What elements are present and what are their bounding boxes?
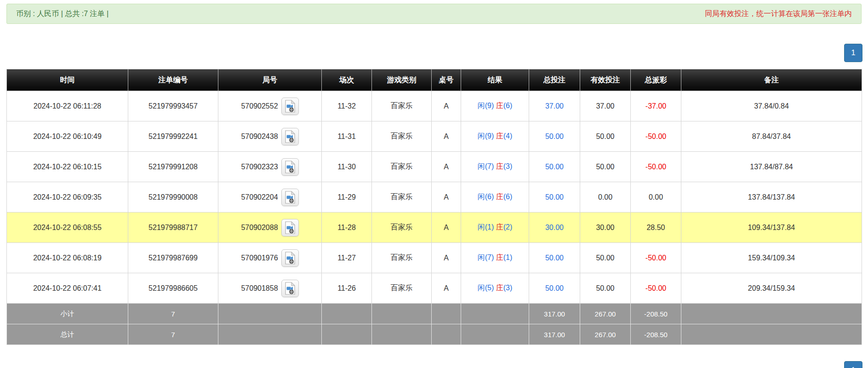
cell-valid-bet: 30.00: [580, 213, 631, 243]
column-header-5: 桌号: [432, 69, 461, 91]
result-banker: 庄: [496, 253, 503, 261]
video-file-icon: [285, 100, 296, 113]
round-wrap: 570902552: [220, 98, 320, 115]
result-player-score: (1): [485, 223, 494, 231]
cell-table-no: A: [432, 273, 461, 304]
round-wrap: 570902323: [220, 158, 320, 176]
video-replay-button[interactable]: [281, 280, 299, 297]
cell-total-bet[interactable]: 50.00: [529, 152, 580, 182]
cell-time: 2024-10-22 06:11:28: [7, 91, 128, 121]
cell-remark: 137.84/87.84: [681, 152, 862, 182]
cell-valid-bet: 50.00: [580, 152, 631, 182]
result-link[interactable]: 闲(7) 庄(1): [478, 253, 513, 261]
result-player: 闲: [478, 284, 485, 292]
cell-payout: -50.00: [631, 121, 681, 152]
bet-records-table: 时间注单编号局号场次游戏类别桌号结果总投注有效投注总派彩备注 2024-10-2…: [6, 69, 862, 345]
column-header-3: 场次: [322, 69, 372, 91]
column-header-6: 结果: [461, 69, 529, 91]
result-link[interactable]: 闲(6) 庄(6): [478, 193, 513, 201]
video-replay-button[interactable]: [281, 158, 299, 176]
subtotal-valid-bet: 267.00: [580, 304, 631, 324]
cell-total-bet[interactable]: 50.00: [529, 121, 580, 152]
result-player-score: (9): [485, 102, 494, 109]
cell-time: 2024-10-22 06:07:41: [7, 273, 128, 304]
cell-bet-id: 521979986605: [128, 273, 218, 304]
bet-row: 2024-10-22 06:08:19521979987699570901976…: [7, 243, 862, 273]
table-header-row: 时间注单编号局号场次游戏类别桌号结果总投注有效投注总派彩备注: [7, 69, 862, 91]
cell-round: 570902088: [218, 213, 322, 243]
cell-payout: 0.00: [631, 182, 681, 213]
cell-remark: 37.84/0.84: [681, 91, 862, 121]
result-link[interactable]: 闲(1) 庄(2): [478, 223, 513, 231]
cell-result: 闲(9) 庄(4): [461, 121, 529, 152]
cell-table-no: A: [432, 243, 461, 273]
cell-total-bet[interactable]: 50.00: [529, 273, 580, 304]
video-file-icon: [285, 221, 296, 234]
video-file-icon: [285, 161, 296, 173]
video-replay-button[interactable]: [281, 189, 299, 206]
column-header-10: 备注: [681, 69, 862, 91]
info-banner: 币别 : 人民币 | 总共 :7 注单 | 同局有效投注，统一计算在该局第一张注…: [6, 4, 862, 24]
cell-payout: -50.00: [631, 152, 681, 182]
result-link[interactable]: 闲(7) 庄(3): [478, 162, 513, 170]
result-player-score: (7): [485, 162, 494, 170]
result-link[interactable]: 闲(9) 庄(6): [478, 102, 513, 109]
result-banker-score: (6): [503, 102, 513, 109]
bet-row: 2024-10-22 06:10:15521979991208570902323…: [7, 152, 862, 182]
round-wrap: 570902088: [220, 219, 320, 236]
result-banker-score: (1): [503, 253, 513, 261]
result-link[interactable]: 闲(5) 庄(3): [478, 284, 513, 292]
cell-bet-id: 521979991208: [128, 152, 218, 182]
cell-round: 570901976: [218, 243, 322, 273]
video-file-icon: [285, 130, 296, 143]
round-number: 570901976: [241, 254, 278, 262]
cell-game-type: 百家乐: [372, 91, 432, 121]
result-link[interactable]: 闲(9) 庄(4): [478, 132, 513, 140]
result-player-score: (9): [485, 132, 494, 140]
page-1-button[interactable]: 1: [844, 44, 862, 62]
round-wrap: 570902204: [220, 189, 320, 206]
cell-bet-id: 521979990008: [128, 182, 218, 213]
round-number: 570901858: [241, 284, 278, 293]
column-header-4: 游戏类别: [372, 69, 432, 91]
cell-bet-id: 521979993457: [128, 91, 218, 121]
settlement-notice-text: 同局有效投注，统一计算在该局第一张注单内: [705, 9, 852, 19]
video-replay-button[interactable]: [281, 98, 299, 115]
video-replay-button[interactable]: [281, 249, 299, 267]
cell-total-bet[interactable]: 50.00: [529, 243, 580, 273]
total-total-bet: 317.00: [529, 324, 580, 345]
column-header-7: 总投注: [529, 69, 580, 91]
result-banker-score: (3): [503, 162, 513, 170]
cell-time: 2024-10-22 06:08:55: [7, 213, 128, 243]
result-player: 闲: [478, 162, 485, 170]
result-banker-score: (4): [503, 132, 513, 140]
cell-game-type: 百家乐: [372, 121, 432, 152]
total-payout: -208.50: [631, 324, 681, 345]
result-player-score: (6): [485, 193, 494, 201]
cell-table-no: A: [432, 121, 461, 152]
round-wrap: 570902438: [220, 128, 320, 145]
round-wrap: 570901858: [220, 280, 320, 297]
cell-total-bet[interactable]: 30.00: [529, 213, 580, 243]
cell-remark: 159.34/109.34: [681, 243, 862, 273]
video-replay-button[interactable]: [281, 128, 299, 145]
cell-payout: 28.50: [631, 213, 681, 243]
cell-game-type: 百家乐: [372, 182, 432, 213]
result-player: 闲: [478, 102, 485, 109]
cell-session: 11-32: [322, 91, 372, 121]
cell-remark: 137.84/137.84: [681, 182, 862, 213]
cell-total-bet[interactable]: 50.00: [529, 182, 580, 213]
video-file-icon: [285, 282, 296, 295]
cell-total-bet[interactable]: 37.00: [529, 91, 580, 121]
result-player-score: (7): [485, 253, 494, 261]
currency-summary-text: 币别 : 人民币 | 总共 :7 注单 |: [16, 9, 108, 19]
column-header-9: 总派彩: [631, 69, 681, 91]
cell-table-no: A: [432, 182, 461, 213]
page-1-button-bottom[interactable]: 1: [844, 361, 862, 368]
cell-round: 570902204: [218, 182, 322, 213]
cell-result: 闲(1) 庄(2): [461, 213, 529, 243]
cell-result: 闲(6) 庄(6): [461, 182, 529, 213]
video-replay-button[interactable]: [281, 219, 299, 236]
result-player: 闲: [478, 223, 485, 231]
round-number: 570902204: [241, 193, 278, 201]
